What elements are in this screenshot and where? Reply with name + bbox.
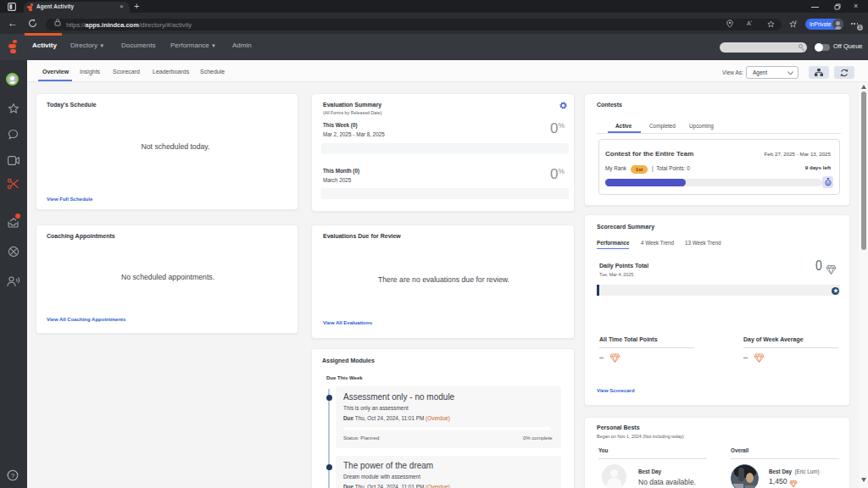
svg-text:?: ? <box>11 472 15 480</box>
